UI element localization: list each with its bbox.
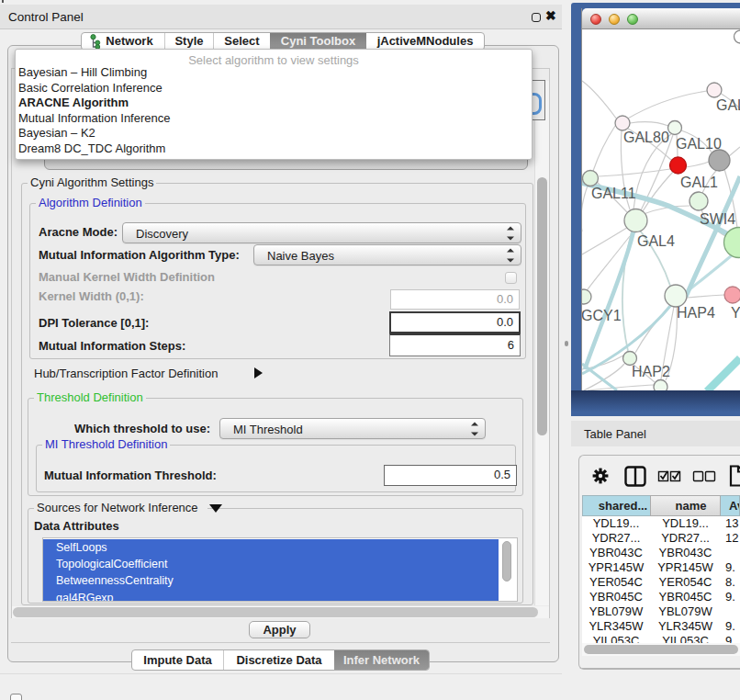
svg-text:GAL80: GAL80 bbox=[623, 130, 669, 145]
svg-text:GAL10: GAL10 bbox=[676, 136, 722, 152]
svg-text:SWI4: SWI4 bbox=[700, 211, 735, 227]
svg-text:HAP2: HAP2 bbox=[632, 364, 670, 379]
svg-text:HAP4: HAP4 bbox=[677, 305, 715, 321]
svg-text:GAL1: GAL1 bbox=[680, 175, 718, 190]
svg-text:GCY1: GCY1 bbox=[582, 308, 622, 323]
svg-text:GAL11: GAL11 bbox=[591, 186, 636, 201]
svg-text:Y: Y bbox=[731, 305, 740, 321]
svg-text:GAL4: GAL4 bbox=[637, 233, 675, 249]
svg-text:GAL7: GAL7 bbox=[716, 97, 740, 113]
